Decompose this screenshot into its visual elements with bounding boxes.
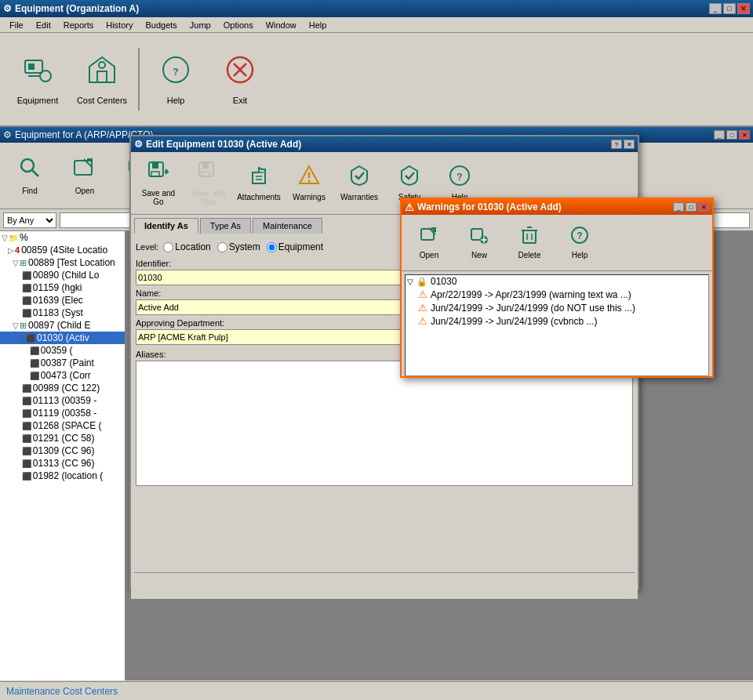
warnings-dialog: ⚠ Warnings for 01030 (Active Add) _ □ ✕ …: [400, 198, 714, 378]
tree-00473-label: 00473 (Corr: [41, 370, 91, 381]
level-equipment-radio[interactable]: [267, 242, 277, 252]
warnings-new-label: New: [471, 251, 487, 259]
toolbar-help-button[interactable]: ? Help: [144, 40, 207, 118]
save-and-stay-label: Save and Stay: [187, 189, 231, 206]
menu-jump[interactable]: Jump: [184, 19, 217, 31]
tab-maintenance[interactable]: Maintenance: [253, 218, 322, 234]
toolbar-cost-centers-button[interactable]: Cost Centers: [71, 40, 133, 118]
svg-rect-55: [523, 230, 536, 243]
menu-edit[interactable]: Edit: [30, 19, 57, 31]
tree-item-01309[interactable]: ⬛ 01309 (CC 96): [0, 444, 125, 457]
menu-budgets[interactable]: Budgets: [139, 19, 183, 31]
eq-maximize-button[interactable]: □: [726, 130, 737, 140]
warning-item-2[interactable]: ⚠ Jun/24/1999 -> Jun/24/1999 (do NOT use…: [406, 301, 708, 314]
tree-item-01982[interactable]: ⬛ 01982 (location (: [0, 470, 125, 482]
svg-rect-1: [28, 63, 35, 70]
eq-find-button[interactable]: Find: [3, 145, 56, 206]
toolbar-help-label: Help: [167, 96, 185, 105]
svg-point-2: [40, 71, 51, 82]
tree-01639-label: 01639 (Elec: [33, 295, 83, 306]
menu-file[interactable]: File: [3, 19, 30, 31]
close-button[interactable]: ✕: [737, 3, 750, 14]
warn-icon-3: ⚠: [418, 315, 427, 327]
tree-00897-label: 00897 (Child E: [28, 320, 90, 331]
tree-item-00897[interactable]: ▽ ⊞ 00897 (Child E: [0, 319, 125, 332]
tree-00989-label: 00989 (CC 122): [33, 383, 100, 394]
tree-item-01113[interactable]: ⬛ 01113 (00359 -: [0, 394, 125, 407]
aliases-textarea[interactable]: [136, 361, 633, 486]
tree-item-00989[interactable]: ⬛ 00989 (CC 122): [0, 382, 125, 394]
tree-item-4site[interactable]: ▷ 4 00859 (4Site Locatio: [0, 244, 125, 256]
eq-minimize-button[interactable]: _: [714, 130, 725, 140]
titlebar-controls[interactable]: _ □ ✕: [709, 3, 750, 14]
app-titlebar: ⚙ Equipment (Organization A) _ □ ✕: [0, 0, 753, 17]
tree-item-01291[interactable]: ⬛ 01291 (CC 58): [0, 432, 125, 444]
tree-01183-label: 01183 (Syst: [33, 307, 83, 318]
edit-dialog-close-btn[interactable]: ✕: [624, 140, 635, 149]
warning-group-header[interactable]: ▽ 🔒 01030: [406, 275, 708, 288]
warnings-title-icon: ⚠: [405, 201, 414, 213]
level-equipment-option[interactable]: Equipment: [267, 241, 323, 252]
tree-item-00473[interactable]: ⬛ 00473 (Corr: [0, 369, 125, 382]
toolbar-exit-button[interactable]: Exit: [209, 40, 271, 118]
level-system-option[interactable]: System: [217, 241, 260, 252]
warnings-close-btn[interactable]: ✕: [698, 202, 709, 212]
toolbar-equipment-label: Equipment: [17, 96, 59, 105]
warning-item-1[interactable]: ⚠ Apr/22/1999 -> Apr/23/1999 (warning te…: [406, 288, 708, 301]
tree-item-01268[interactable]: ⬛ 01268 (SPACE (: [0, 419, 125, 432]
toolbar-sep-1: [138, 48, 140, 111]
warning-item-3[interactable]: ⚠ Jun/24/1999 -> Jun/24/1999 (cvbncb ...…: [406, 314, 708, 328]
warnings-maximize-btn[interactable]: □: [686, 202, 697, 212]
menu-help[interactable]: Help: [303, 19, 333, 31]
warnings-help-button[interactable]: ? Help: [555, 217, 604, 268]
warnings-controls[interactable]: _ □ ✕: [673, 202, 709, 212]
tree-item-01159[interactable]: ⬛ 01159 (hgki: [0, 281, 125, 294]
eq-close-button[interactable]: ✕: [739, 130, 750, 140]
dialog-bottom-bar: [134, 572, 635, 596]
warnings-delete-button[interactable]: Delete: [505, 217, 554, 268]
warranties-button[interactable]: Warranties: [335, 155, 384, 212]
tree-item-root[interactable]: ▽ 📁 %: [0, 231, 125, 244]
menu-reports[interactable]: Reports: [57, 19, 100, 31]
level-system-radio[interactable]: [217, 242, 227, 252]
menu-history[interactable]: History: [100, 19, 139, 31]
level-location-option[interactable]: Location: [163, 241, 210, 252]
tree-item-00890[interactable]: ⬛ 00890 (Child Lo: [0, 269, 125, 281]
tab-type-as[interactable]: Type As: [200, 218, 251, 234]
menu-options[interactable]: Options: [217, 19, 260, 31]
edit-dialog-controls[interactable]: ? ✕: [611, 140, 635, 149]
edit-dialog-help-btn[interactable]: ?: [611, 140, 622, 149]
tree-item-01183[interactable]: ⬛ 01183 (Syst: [0, 306, 125, 319]
level-location-radio[interactable]: [163, 242, 173, 252]
tree-item-00387[interactable]: ⬛ 00387 (Paint: [0, 357, 125, 369]
find-icon: [18, 156, 42, 185]
minimize-button[interactable]: _: [709, 3, 722, 14]
attachments-button[interactable]: Attachments: [235, 155, 283, 212]
maximize-button[interactable]: □: [723, 3, 736, 14]
tab-identify-as[interactable]: Identify As: [134, 218, 198, 234]
warnings-minimize-btn[interactable]: _: [673, 202, 684, 212]
level-label: Level:: [136, 242, 158, 252]
tree-item-00359[interactable]: ⬛ 00359 (: [0, 344, 125, 357]
svg-point-5: [99, 62, 105, 68]
tree-item-test[interactable]: ▽ ⊞ 00889 [Test Location: [0, 256, 125, 269]
edit-dialog-title: Edit Equipment 01030 (Active Add): [146, 139, 301, 150]
equipment-window-controls[interactable]: _ □ ✕: [714, 130, 750, 140]
tree-item-01313[interactable]: ⬛ 01313 (CC 96): [0, 457, 125, 470]
tree-item-01639[interactable]: ⬛ 01639 (Elec: [0, 294, 125, 306]
menu-window[interactable]: Window: [260, 19, 303, 31]
warnings-new-button[interactable]: New: [455, 217, 504, 268]
tree-4site-label: 00859 (4Site Locatio: [21, 245, 107, 256]
toolbar-equipment-button[interactable]: Equipment: [6, 40, 69, 118]
tree-item-root-label: %: [20, 232, 28, 243]
svg-rect-4: [97, 71, 107, 82]
eq-open-button[interactable]: Open: [58, 145, 111, 206]
tree-item-01119[interactable]: ⬛ 01119 (00358 -: [0, 407, 125, 419]
tree-item-01030[interactable]: ▽ ⬛ 01030 (Activ: [0, 332, 125, 344]
save-and-go-button[interactable]: Save and Go: [134, 155, 183, 212]
search-by-select[interactable]: By Any By ID By Name: [3, 212, 56, 228]
save-and-stay-button[interactable]: Save and Stay: [184, 155, 233, 212]
tree-01030-label: 01030 (Activ: [37, 332, 89, 343]
warnings-button[interactable]: Warnings: [285, 155, 333, 212]
warnings-open-button[interactable]: Open: [405, 217, 453, 268]
